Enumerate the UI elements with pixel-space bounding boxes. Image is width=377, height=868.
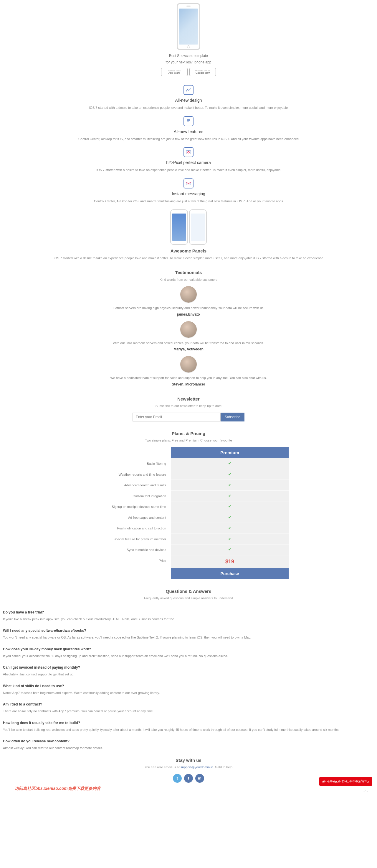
subscribe-button[interactable]: Subscribe bbox=[220, 413, 244, 422]
feature-title: All-new features bbox=[4, 129, 373, 135]
phone-mockup bbox=[177, 3, 200, 50]
qa-question: Will I need any special software/hardwar… bbox=[3, 628, 374, 633]
hero: Best Showcase template for your next ios… bbox=[90, 3, 287, 76]
plan-feature-label: Weather reports and time feature bbox=[88, 469, 171, 480]
qa-answer: If you'd like a sneak peak into app7 sit… bbox=[3, 617, 374, 622]
email-input[interactable] bbox=[133, 413, 220, 422]
testimonials-sub: Kind words from our valuable customers bbox=[90, 277, 287, 282]
qa-item: How often do you release new content?Alm… bbox=[3, 739, 374, 751]
feature-desc: Control Center, AirDrop for iOS, and sma… bbox=[4, 199, 373, 204]
testimonials-title: Testimonials bbox=[90, 269, 287, 276]
two-phones-mockup bbox=[4, 209, 373, 245]
googleplay-button[interactable]: ANDROID APP ON Google play bbox=[190, 68, 216, 76]
plan-feature-cell: ✔ bbox=[171, 545, 289, 555]
stay-text: You can also email us at support@yourdom… bbox=[0, 765, 377, 770]
svg-rect-0 bbox=[186, 151, 191, 154]
check-icon: ✔ bbox=[228, 461, 231, 465]
plan-feature-cell: ✔ bbox=[171, 512, 289, 523]
support-email-link[interactable]: support@yourdomin.in bbox=[180, 765, 213, 769]
qa-item: Can I get invoiced instead of paying mon… bbox=[3, 665, 374, 677]
plan-feature-label: Push notification and call to action bbox=[88, 523, 171, 534]
feature-desc: Control Center, AirDrop for iOS, and sma… bbox=[4, 136, 373, 142]
qa-question: How does your 30-day money back guarante… bbox=[3, 647, 374, 652]
check-icon: ✔ bbox=[228, 494, 231, 498]
avatar bbox=[180, 356, 197, 373]
check-icon: ✔ bbox=[228, 526, 231, 530]
newsletter-sub: Subscribe to our newsletter to keep up t… bbox=[0, 403, 377, 408]
mail-icon bbox=[183, 179, 194, 188]
plan-feature-cell: ✔ bbox=[171, 523, 289, 534]
qa-sub: Frequently asked questions and simple an… bbox=[0, 596, 377, 601]
qa-answer: You won't need any special hardware or O… bbox=[3, 635, 374, 640]
appstore-button[interactable]: Available on the App Store bbox=[161, 68, 187, 76]
check-icon: ✔ bbox=[228, 483, 231, 487]
plan-feature-label: Special feature for premium member bbox=[88, 534, 171, 545]
qa-answer: Absolutely. Just contact support to get … bbox=[3, 672, 374, 677]
plan-feature-cell: ✔ bbox=[171, 480, 289, 491]
qa: Questions & Answers Frequently asked que… bbox=[0, 588, 377, 601]
hero-tagline-1: Best Showcase template bbox=[90, 53, 287, 58]
testimonials: Testimonials Kind words from our valuabl… bbox=[90, 269, 287, 387]
qa-answer: None! App7 teaches both beginners and ex… bbox=[3, 690, 374, 695]
qa-question: What kind of skills do I need to use? bbox=[3, 683, 374, 689]
qa-question: Am I tied to a contract? bbox=[3, 702, 374, 707]
plan-feature-cell: ✔ bbox=[171, 534, 289, 545]
qa-item: What kind of skills do I need to use?Non… bbox=[3, 683, 374, 695]
design-icon bbox=[183, 85, 194, 95]
testimonial-text: We have a dedicated team of support for … bbox=[90, 375, 287, 380]
testimonial-name: james,Envato bbox=[90, 312, 287, 317]
watermark-text: 访问鸟社区bbs.xieniao.com免费下载更多内容 bbox=[15, 785, 101, 792]
plan-feature-cell: ✔ bbox=[171, 458, 289, 469]
premium-header: Premium bbox=[171, 447, 289, 459]
plan-feature-label: Basic filtering bbox=[88, 458, 171, 469]
plan-feature-label: Signup on multiple devices same time bbox=[88, 501, 171, 512]
qa-item: Will I need any special software/hardwar… bbox=[3, 628, 374, 640]
check-icon: ✔ bbox=[228, 548, 231, 552]
plan-feature-label: Ad free pages and content bbox=[88, 512, 171, 523]
purchase-button[interactable]: Purchase bbox=[171, 568, 289, 579]
testimonial-name: Steven, Microlancer bbox=[90, 382, 287, 387]
qa-question: Can I get invoiced instead of paying mon… bbox=[3, 665, 374, 670]
plans-sub: Two simple plans. Free and Premium. Choo… bbox=[0, 438, 377, 443]
floating-badge[interactable]: ä¾›å¾¹èµ¸ï¼€ï¼±ï¼³ï¼ŒÎ˜é™¿ bbox=[319, 777, 372, 786]
qa-question: How long does it usually take for me to … bbox=[3, 720, 374, 725]
qa-title: Questions & Answers bbox=[0, 588, 377, 595]
feature-title: All-new design bbox=[4, 97, 373, 103]
plan-feature-cell: ✔ bbox=[171, 491, 289, 502]
qa-list: Do you have a free trial?If you'd like a… bbox=[3, 610, 374, 751]
check-icon: ✔ bbox=[228, 504, 231, 508]
testimonial-text: Flathost servers are having high physica… bbox=[90, 306, 287, 311]
panels: Awesome Panels iOS 7 started with a desi… bbox=[1, 209, 376, 260]
qa-item: How does your 30-day money back guarante… bbox=[3, 647, 374, 659]
qa-answer: There are absolutely no contracts with A… bbox=[3, 709, 374, 714]
price-label: Price bbox=[88, 555, 171, 568]
list-icon bbox=[183, 116, 194, 126]
camera-icon bbox=[183, 147, 194, 157]
qa-question: How often do you release new content? bbox=[3, 739, 374, 744]
feature-desc: iOS 7 started with a desire to take an e… bbox=[4, 105, 373, 110]
plans: Plans. & Pricing Two simple plans. Free … bbox=[0, 430, 377, 579]
plan-feature-label: Advanced dearch and results bbox=[88, 480, 171, 491]
panels-title: Awesome Panels bbox=[4, 248, 373, 254]
check-icon: ✔ bbox=[228, 537, 231, 541]
panels-desc: iOS 7 started with a desire to take an e… bbox=[4, 256, 373, 261]
facebook-icon[interactable]: f bbox=[184, 774, 193, 783]
check-icon: ✔ bbox=[228, 472, 231, 476]
avatar bbox=[180, 286, 197, 303]
plan-feature-label: Custom font integration bbox=[88, 491, 171, 502]
linkedin-icon[interactable]: in bbox=[195, 774, 204, 783]
svg-point-1 bbox=[187, 152, 190, 153]
qa-item: How long does it usually take for me to … bbox=[3, 720, 374, 732]
twitter-icon[interactable]: t bbox=[173, 774, 182, 783]
newsletter: Newsletter Subscribe to our newsletter t… bbox=[0, 396, 377, 422]
scroll-top-icon[interactable]: ︿ bbox=[364, 787, 370, 794]
newsletter-title: Newsletter bbox=[0, 396, 377, 403]
feature-title: h2>Pixel perfect camera bbox=[4, 160, 373, 166]
testimonial-text: With our ultra mordern servers and optic… bbox=[90, 341, 287, 346]
qa-question: Do you have a free trial? bbox=[3, 610, 374, 615]
feature-title: Instant messaging bbox=[4, 191, 373, 197]
qa-item: Do you have a free trial?If you'd like a… bbox=[3, 610, 374, 622]
check-icon: ✔ bbox=[228, 515, 231, 519]
qa-answer: Almost weekly! You can refer to our cont… bbox=[3, 746, 374, 751]
plan-feature-label: Sync to mobile and devices bbox=[88, 545, 171, 555]
